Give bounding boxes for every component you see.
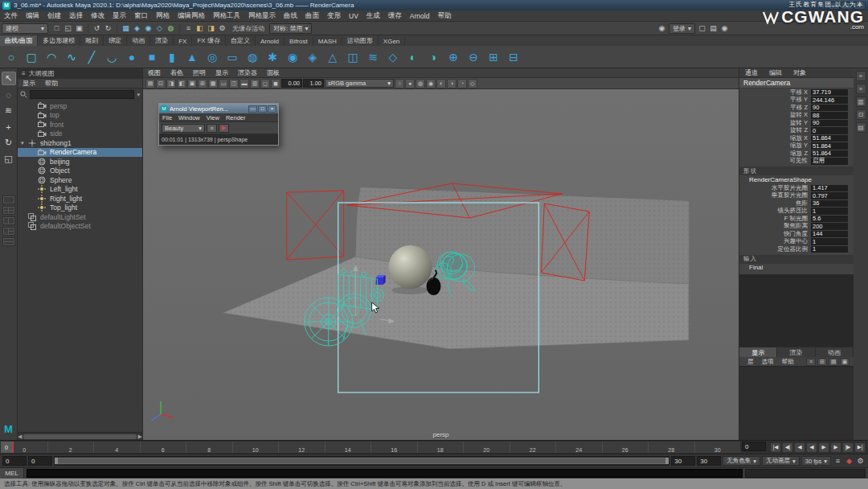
render-current-frame-icon[interactable]: ◨ (206, 23, 216, 34)
layer-editor-tab[interactable]: 动画 (816, 347, 854, 357)
channel-label[interactable]: 聚焦距离 (739, 222, 811, 230)
channel-label[interactable]: 缩放 X (739, 134, 811, 142)
expand-panel-icon[interactable]: » (856, 84, 866, 94)
range-handle-start[interactable] (55, 458, 58, 464)
channel-value-field[interactable]: 启用 (811, 158, 848, 165)
viewport-menu-item[interactable]: 渲染器 (233, 68, 262, 77)
outliner-item[interactable]: top (18, 111, 142, 121)
anim-layer-select[interactable]: 无动画层 ▾ (762, 456, 800, 466)
channel-label[interactable]: 水平胶片光圈 (739, 184, 811, 192)
fps-select[interactable]: 30 fps ▾ (801, 456, 831, 466)
channel-value-field[interactable]: 90 (811, 105, 848, 112)
range-slider[interactable] (54, 456, 669, 466)
animation-preferences-icon[interactable]: ⚙ (855, 456, 866, 466)
smooth-tool-icon[interactable]: ◑ (424, 47, 443, 67)
channel-box-menu-item[interactable]: 对象 (788, 68, 812, 77)
start-render-button[interactable]: ▶ (219, 124, 229, 133)
channel-value-field[interactable]: 1 (811, 238, 848, 245)
channel-label[interactable]: 平移 Z (739, 104, 811, 112)
layout-persp-graph-button[interactable] (2, 237, 15, 246)
channel-value-field[interactable]: 51.864 (811, 150, 848, 158)
rotate-tool-icon[interactable]: ↻ (2, 136, 16, 150)
outliner-item[interactable]: Left_light (18, 185, 142, 195)
new-layer-icon[interactable]: ▤ (829, 358, 838, 366)
character-set-select[interactable]: 无角色集 ▾ (723, 456, 760, 466)
animation-end-field[interactable]: 30 (697, 456, 721, 466)
poly-soccer-icon[interactable]: ◉ (283, 47, 302, 67)
menubar-item[interactable]: 网格工具 (209, 11, 244, 21)
channel-label[interactable]: 旋转 Y (739, 119, 811, 127)
channel-value-field[interactable]: 90 (811, 120, 848, 127)
channel-value-field[interactable]: 51.864 (811, 142, 848, 150)
channel-label[interactable]: 焦距 (739, 199, 811, 208)
script-language-button[interactable]: MEL (0, 468, 24, 479)
use-all-lights-icon[interactable]: ◉ (426, 79, 436, 88)
sign-in-button[interactable]: 登录 ▾ (669, 23, 695, 34)
playback-options-icon[interactable]: ≡ (833, 456, 843, 466)
scale-tool-icon[interactable]: ◱ (2, 152, 16, 166)
outliner-item[interactable]: persp (18, 101, 142, 111)
layer-menu-item[interactable]: 帮助 (778, 358, 798, 366)
shelf-tab[interactable]: 绑定 (104, 35, 127, 46)
textured-icon[interactable]: ◍ (416, 79, 425, 88)
playback-start-field[interactable]: 0 (28, 456, 52, 466)
shelf-tab[interactable]: MASH (313, 37, 342, 46)
menubar-item[interactable]: 生成 (362, 11, 384, 21)
open-render-view-icon[interactable]: ◧ (194, 23, 205, 34)
bezier-curve-icon[interactable]: ∿ (62, 47, 81, 67)
maximize-button[interactable]: □ (841, 2, 853, 10)
bookmark-icon[interactable]: ◧ (177, 79, 186, 88)
poly-disc-icon[interactable]: ◍ (243, 47, 262, 67)
go-to-end-button[interactable]: ▶| (854, 442, 866, 453)
channel-value-field[interactable]: 36 (811, 200, 848, 208)
menubar-item[interactable]: 网格显示 (244, 11, 280, 21)
channel-value-field[interactable]: 37.719 (811, 89, 848, 97)
construction-history-icon[interactable]: ≡ (183, 23, 194, 34)
channel-value-field[interactable]: 1 (811, 246, 848, 253)
aov-select[interactable]: Beauty ▾ (162, 124, 205, 133)
input-node-item[interactable]: Final (739, 264, 854, 272)
animation-start-field[interactable]: 0 (2, 456, 27, 466)
outliner-item[interactable]: side (18, 129, 142, 139)
poly-cube-icon[interactable]: ■ (142, 47, 162, 67)
gamma-field[interactable]: 1.00 (303, 79, 324, 88)
channel-label[interactable]: 定位器比例 (739, 245, 811, 253)
outliner-search-input[interactable] (30, 90, 134, 99)
channel-label[interactable]: 可见性 (739, 157, 811, 165)
layer-editor-tab[interactable]: 渲染 (777, 347, 815, 357)
arnold-menu-item[interactable]: View (203, 114, 223, 121)
channel-value-field[interactable]: 0 (811, 127, 848, 134)
arc-tool-icon[interactable]: ◡ (102, 47, 121, 67)
channel-label[interactable]: 旋转 X (739, 111, 811, 119)
new-scene-icon[interactable]: □ (51, 23, 62, 34)
shelf-tab[interactable]: FX (174, 37, 192, 46)
layout-four-pane-button[interactable] (2, 206, 15, 215)
channel-value-field[interactable]: 244.146 (811, 97, 848, 104)
menubar-item[interactable]: 网格 (152, 11, 174, 21)
safe-title-icon[interactable]: ◼ (271, 79, 280, 88)
play-backwards-button[interactable]: ◀ (806, 442, 817, 453)
safe-action-icon[interactable]: ◻ (260, 79, 270, 88)
lock-camera-icon[interactable]: ⊡ (156, 79, 166, 88)
separate-icon[interactable]: ⊟ (504, 47, 523, 67)
scroll-left-icon[interactable]: ◀ (18, 434, 22, 440)
separator-grip[interactable]: ┊ (85, 23, 91, 34)
highlight-selection-icon[interactable]: ▢ (697, 23, 707, 34)
redo-icon[interactable]: ↻ (103, 23, 113, 34)
lasso-tool-icon[interactable]: ◌ (2, 88, 16, 101)
separator-grip[interactable]: ┊ (177, 23, 182, 34)
menubar-item[interactable]: 修改 (87, 11, 108, 21)
channel-value-field[interactable]: 200 (811, 223, 848, 230)
expand-arrow-icon[interactable]: ▾ (21, 140, 28, 146)
layer-editor-tab[interactable]: 显示 (739, 347, 777, 357)
channel-value-field[interactable]: 51.864 (811, 135, 848, 142)
outliner-item[interactable]: defaultObjectSet (18, 222, 142, 232)
nurbs-circle-icon[interactable]: ○ (2, 47, 21, 67)
poly-gear-icon[interactable]: ✱ (263, 47, 282, 67)
arnold-viewport-render-window[interactable]: M Arnold ViewportRen... —□× FileWindowVi… (158, 103, 279, 146)
outliner-item[interactable]: Right_light (18, 194, 142, 203)
filter-icon[interactable]: ▾ (137, 92, 140, 98)
resolution-gate-icon[interactable]: ◫ (229, 79, 239, 88)
view-transform-select[interactable]: sRGB gamma ▾ (325, 79, 394, 88)
shaded-icon[interactable]: ● (405, 79, 415, 88)
